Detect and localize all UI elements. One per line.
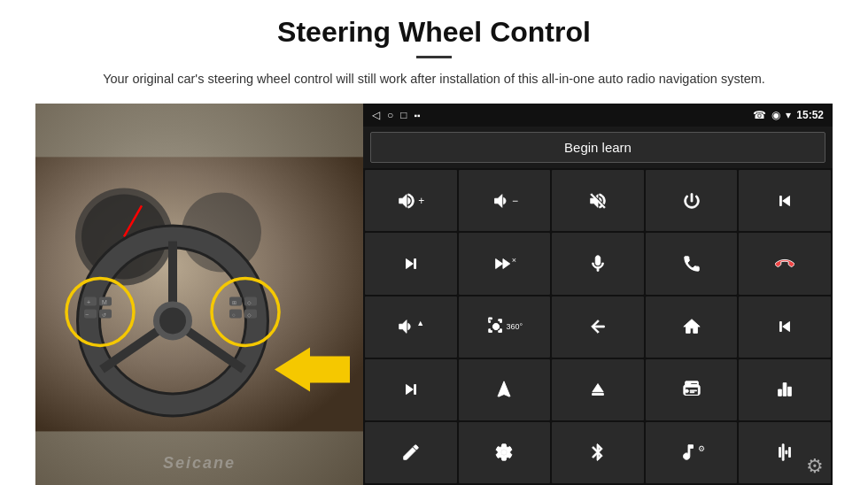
home-nav-button[interactable] (646, 296, 738, 358)
android-panel: ◁ ○ □ ▪▪ ☎ ◉ ▾ 15:52 Begin learn (363, 104, 833, 485)
content-row: + M − ↺ ⊞ ◇ ○ ◇ (35, 104, 833, 485)
settings-gear-button[interactable]: ⚙ (806, 455, 824, 478)
svg-point-31 (502, 450, 508, 456)
status-left: ◁ ○ □ ▪▪ (372, 109, 421, 121)
fast-forward-x-button[interactable]: × (459, 233, 551, 294)
settings-knob-button[interactable] (459, 422, 551, 483)
svg-text:↺: ↺ (102, 313, 106, 319)
car-background: + M − ↺ ⊞ ◇ ○ ◇ (35, 104, 363, 485)
horn-button[interactable]: ▲ (365, 296, 457, 358)
bluetooth-button[interactable] (552, 422, 644, 483)
mute-button[interactable] (552, 170, 644, 231)
skip-back-button[interactable] (739, 296, 831, 358)
vol-up-button[interactable]: + (365, 170, 457, 231)
status-bar: ◁ ○ □ ▪▪ ☎ ◉ ▾ 15:52 (363, 104, 833, 127)
square-icon: □ (400, 109, 407, 121)
pen-button[interactable] (365, 422, 457, 483)
power-button[interactable] (646, 170, 738, 231)
music-settings-button[interactable]: ⚙ (646, 422, 738, 483)
svg-text:◇: ◇ (247, 301, 252, 306)
location-icon: ◉ (771, 109, 780, 121)
equalizer-button[interactable] (739, 359, 831, 420)
page-title: Steering Wheel Control (277, 16, 591, 49)
page-subtitle: Your original car's steering wheel contr… (103, 69, 765, 89)
begin-learn-row: Begin learn (363, 127, 833, 168)
home-circle-icon: ○ (387, 109, 393, 121)
svg-text:M: M (102, 300, 107, 306)
svg-point-11 (159, 308, 186, 335)
skip-forward-button[interactable] (365, 359, 457, 420)
back-icon: ◁ (372, 109, 380, 121)
car-image-area: + M − ↺ ⊞ ◇ ○ ◇ (35, 104, 363, 485)
steering-wheel-svg: + M − ↺ ⊞ ◇ ○ ◇ (35, 104, 363, 485)
vol-down-button[interactable]: − (459, 170, 551, 231)
wifi-icon: ▾ (786, 109, 791, 121)
camera-360-button[interactable]: 360° (459, 296, 551, 358)
svg-text:○: ○ (232, 313, 236, 319)
eject-button[interactable] (552, 359, 644, 420)
phone-call-button[interactable] (646, 233, 738, 294)
mic-button[interactable] (552, 233, 644, 294)
signal-icon: ▪▪ (415, 111, 421, 120)
phone-status-icon: ☎ (753, 109, 766, 121)
status-time: 15:52 (796, 109, 824, 121)
svg-text:+: + (87, 300, 90, 306)
begin-learn-button[interactable]: Begin learn (370, 132, 825, 163)
svg-text:◇: ◇ (247, 313, 252, 319)
radio-button[interactable] (646, 359, 738, 420)
page-container: Steering Wheel Control Your original car… (0, 0, 868, 485)
prev-track-end-button[interactable] (739, 170, 831, 231)
control-grid: + − (363, 168, 833, 485)
next-track-button[interactable] (365, 233, 457, 294)
svg-text:−: − (85, 312, 89, 319)
watermark: Seicane (163, 454, 236, 473)
hang-up-button[interactable] (739, 233, 831, 294)
back-button[interactable] (552, 296, 644, 358)
status-right: ☎ ◉ ▾ 15:52 (753, 109, 824, 121)
title-divider (416, 56, 452, 58)
svg-text:⊞: ⊞ (232, 301, 236, 306)
navigation-button[interactable] (459, 359, 551, 420)
